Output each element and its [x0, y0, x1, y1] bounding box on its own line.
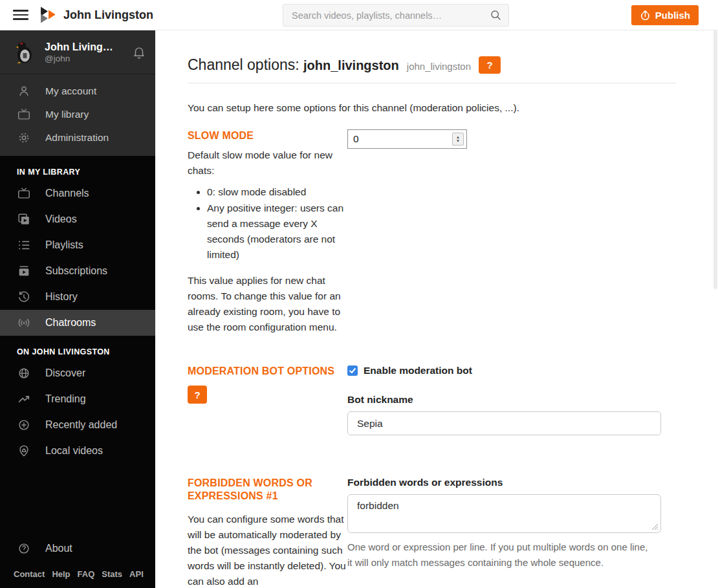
- channel-handle: john_livingston: [407, 59, 471, 72]
- bot-nickname-input[interactable]: [347, 411, 661, 435]
- gear-icon: [17, 131, 31, 145]
- forbidden-words-title: FORBIDDEN WORDS OR EXPRESSIONS #1: [188, 477, 347, 503]
- instance-title[interactable]: John Livingston: [63, 8, 153, 22]
- sidebar-item-label: About: [45, 543, 72, 554]
- section-title-in-my-library: IN MY LIBRARY: [17, 168, 155, 177]
- sidebar-item-label: Chatrooms: [45, 317, 96, 329]
- slow-mode-input-wrap: ▲ ▼: [347, 129, 467, 149]
- tv-icon: [17, 107, 31, 122]
- sidebar-item-label: Playlists: [45, 239, 83, 251]
- forbidden-words-description: You can configure some words that will b…: [188, 512, 347, 588]
- slow-mode-description: Default slow mode value for new chats:: [188, 147, 347, 179]
- moderation-bot-title: MODERATION BOT OPTIONS: [188, 365, 347, 378]
- sidebar-item-label: Channels: [45, 188, 89, 199]
- user-name: John Livingston: [45, 41, 117, 53]
- enable-moderation-bot-checkbox[interactable]: [347, 365, 358, 376]
- account-menu: My account My library Administration: [0, 74, 155, 156]
- sidebar-item-history[interactable]: History: [0, 284, 155, 310]
- sidebar-item-label: History: [45, 291, 78, 303]
- sidebar-item-subscriptions[interactable]: Subscriptions: [0, 258, 155, 284]
- user-icon: [17, 84, 31, 98]
- enable-moderation-bot-label[interactable]: Enable moderation bot: [364, 365, 472, 376]
- sidebar-item-chatrooms[interactable]: Chatrooms: [0, 310, 155, 336]
- footer-link-help[interactable]: Help: [52, 569, 70, 579]
- footer-link-contact[interactable]: Contact: [14, 569, 45, 579]
- slow-mode-note: This value applies for new chat rooms. T…: [188, 273, 347, 335]
- sidebar-item-label: My library: [45, 109, 89, 120]
- sidebar-item-label: Recently added: [45, 419, 117, 431]
- sidebar-item-playlists[interactable]: Playlists: [0, 232, 155, 258]
- slow-mode-row: SLOW MODE Default slow mode value for ne…: [188, 129, 676, 335]
- stepper-down-icon[interactable]: ▼: [456, 139, 460, 143]
- menu-toggle-icon[interactable]: [13, 7, 28, 23]
- section-title-on-instance: ON JOHN LIVINGSTON: [17, 347, 155, 356]
- user-handle: @john: [45, 54, 117, 63]
- moderation-bot-help-button[interactable]: ?: [188, 386, 207, 404]
- footer-link-faq[interactable]: FAQ: [78, 569, 95, 579]
- home-pin-icon: [17, 444, 31, 458]
- footer-link-api[interactable]: API: [129, 569, 144, 579]
- number-stepper[interactable]: ▲ ▼: [452, 133, 464, 146]
- scrollbar-thumb[interactable]: [713, 30, 717, 289]
- slow-mode-bullet-list: 0: slow mode disabled Any positive integ…: [188, 184, 347, 263]
- trending-icon: [17, 392, 31, 406]
- moderation-bot-row: MODERATION BOT OPTIONS ? Enable moderati…: [188, 365, 676, 435]
- upload-icon: [640, 10, 651, 21]
- search-input[interactable]: [292, 10, 490, 21]
- slow-mode-bullet: Any positive integer: users can send a m…: [207, 201, 347, 263]
- sidebar-item-recently-added[interactable]: Recently added: [0, 412, 155, 438]
- slow-mode-input[interactable]: [348, 130, 466, 148]
- forbidden-words-row: FORBIDDEN WORDS OR EXPRESSIONS #1 You ca…: [188, 477, 676, 588]
- search-icon[interactable]: [490, 9, 502, 21]
- subscriptions-icon: [17, 264, 31, 278]
- sidebar-item-trending[interactable]: Trending: [0, 386, 155, 412]
- plus-circle-icon: [17, 418, 31, 432]
- main-content: Channel options: john_livingston john_li…: [155, 30, 718, 588]
- footer-link-stats[interactable]: Stats: [102, 569, 122, 579]
- sidebar-item-my-library[interactable]: My library: [0, 103, 155, 126]
- peertube-logo-icon[interactable]: [40, 6, 57, 23]
- publish-label: Publish: [655, 10, 690, 21]
- history-icon: [17, 290, 31, 304]
- sidebar-item-about[interactable]: About: [0, 536, 155, 561]
- videos-icon: [17, 212, 31, 226]
- sidebar-item-my-account[interactable]: My account: [0, 80, 155, 103]
- sidebar-item-local-videos[interactable]: Local videos: [0, 438, 155, 464]
- forbidden-words-textarea[interactable]: forbidden: [347, 494, 661, 533]
- sidebar-item-label: Administration: [45, 132, 109, 144]
- sidebar-item-label: My account: [45, 85, 96, 97]
- sidebar-item-label: Videos: [45, 213, 77, 225]
- bot-nickname-label: Bot nickname: [347, 394, 661, 406]
- header-divider: [188, 83, 676, 83]
- search-bar[interactable]: [283, 4, 509, 27]
- sidebar-footer: Contact Help FAQ Stats API: [0, 561, 155, 588]
- channel-options-help-button[interactable]: ?: [479, 56, 501, 74]
- sidebar-item-label: Local videos: [45, 445, 103, 457]
- intro-text: You can setup here some options for this…: [188, 100, 676, 116]
- page-title: Channel options: john_livingston: [188, 56, 399, 74]
- sidebar-item-administration[interactable]: Administration: [0, 126, 155, 149]
- tv-icon: [17, 186, 31, 201]
- sidebar-item-channels[interactable]: Channels: [0, 180, 155, 206]
- sidebar-item-label: Trending: [45, 393, 86, 405]
- sidebar-item-label: Subscriptions: [45, 265, 107, 277]
- sidebar-item-label: Discover: [45, 367, 85, 379]
- avatar[interactable]: [13, 41, 36, 64]
- top-bar: John Livingston Publish: [0, 0, 718, 30]
- forbidden-words-help: One word or expression per line. If you …: [347, 539, 651, 571]
- sidebar: John Livingston @john My account: [0, 30, 155, 588]
- channel-name: john_livingston: [303, 58, 399, 72]
- forbidden-words-label: Forbidden words or expressions: [347, 477, 661, 488]
- slow-mode-bullet: 0: slow mode disabled: [207, 184, 347, 200]
- sidebar-item-discover[interactable]: Discover: [0, 360, 155, 386]
- playlist-icon: [17, 238, 31, 252]
- sidebar-item-videos[interactable]: Videos: [0, 206, 155, 232]
- user-block[interactable]: John Livingston @john: [0, 30, 155, 74]
- broadcast-icon: [17, 316, 31, 330]
- publish-button[interactable]: Publish: [631, 5, 699, 25]
- question-circle-icon: [17, 541, 31, 556]
- slow-mode-title: SLOW MODE: [188, 129, 347, 142]
- check-icon: [349, 367, 356, 375]
- notifications-bell-icon[interactable]: [132, 45, 146, 60]
- globe-icon: [17, 366, 31, 380]
